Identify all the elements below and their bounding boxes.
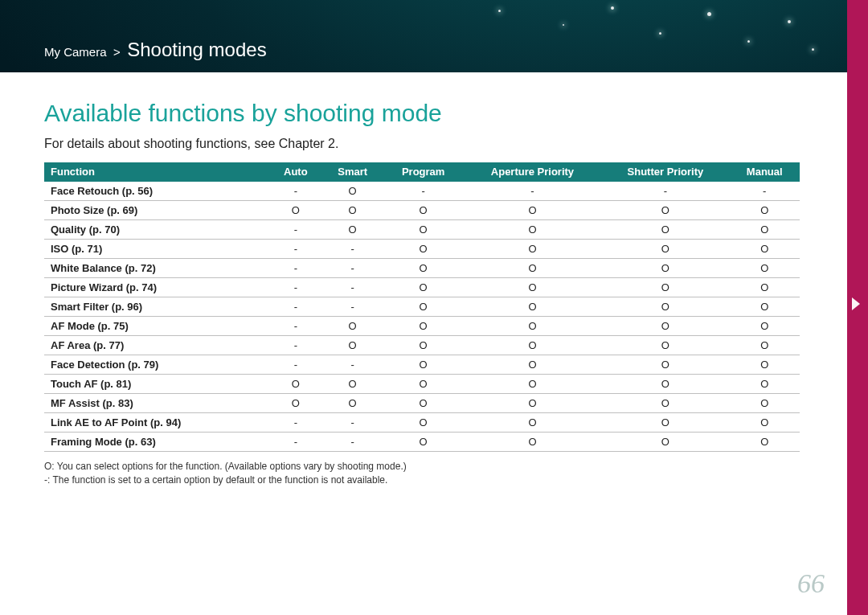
function-name: MF Assist (p. 83) (44, 394, 269, 413)
function-name: Face Detection (p. 79) (44, 355, 269, 375)
cell-value: O (322, 317, 383, 336)
table-row: Picture Wizard (p. 74)--OOOO (44, 278, 800, 297)
cell-value: O (729, 240, 800, 259)
cell-value: O (383, 394, 464, 413)
table-row: Photo Size (p. 69)OOOOOO (44, 201, 800, 220)
cell-value: O (322, 394, 383, 413)
cell-value: O (601, 394, 729, 413)
breadcrumb: My Camera > Shooting modes (44, 39, 267, 61)
cell-value: O (322, 201, 383, 220)
cell-value: O (729, 220, 800, 240)
sparkle-icon (659, 32, 661, 35)
table-row: Face Retouch (p. 56)-O---- (44, 182, 800, 201)
cell-value: O (729, 355, 800, 375)
cell-value: - (464, 182, 602, 201)
side-tab[interactable] (847, 0, 868, 615)
cell-value: - (269, 317, 322, 336)
cell-value: - (269, 355, 322, 375)
cell-value: - (729, 182, 800, 201)
cell-value: O (729, 201, 800, 220)
col-smart: Smart (322, 162, 383, 182)
chevron-right-icon: > (113, 45, 121, 59)
cell-value: O (383, 201, 464, 220)
page-number: 66 (797, 568, 825, 599)
cell-value: O (601, 317, 729, 336)
cell-value: O (601, 355, 729, 375)
table-row: AF Area (p. 77)-OOOOO (44, 336, 800, 355)
page-header: My Camera > Shooting modes (0, 0, 868, 72)
cell-value: O (601, 240, 729, 259)
cell-value: - (269, 259, 322, 278)
cell-value: O (464, 394, 602, 413)
cell-value: O (729, 413, 800, 433)
cell-value: O (383, 278, 464, 297)
cell-value: O (383, 297, 464, 317)
col-auto: Auto (269, 162, 322, 182)
function-name: AF Area (p. 77) (44, 336, 269, 355)
cell-value: O (601, 220, 729, 240)
cell-value: - (269, 220, 322, 240)
table-row: ISO (p. 71)--OOOO (44, 240, 800, 259)
functions-table: Function Auto Smart Program Aperture Pri… (44, 162, 800, 452)
cell-value: O (383, 317, 464, 336)
table-row: Link AE to AF Point (p. 94)--OOOO (44, 413, 800, 433)
breadcrumb-parent: My Camera (44, 45, 107, 59)
function-name: Quality (p. 70) (44, 220, 269, 240)
cell-value: O (383, 375, 464, 394)
cell-value: O (383, 336, 464, 355)
cell-value: O (601, 375, 729, 394)
table-body: Face Retouch (p. 56)-O----Photo Size (p.… (44, 182, 800, 452)
function-name: Touch AF (p. 81) (44, 375, 269, 394)
sparkle-icon (611, 6, 614, 10)
cell-value: O (464, 220, 602, 240)
cell-value: - (269, 297, 322, 317)
sparkle-icon (747, 40, 750, 43)
function-name: AF Mode (p. 75) (44, 317, 269, 336)
col-manual: Manual (729, 162, 800, 182)
cell-value: - (322, 355, 383, 375)
cell-value: O (464, 375, 602, 394)
cell-value: O (729, 375, 800, 394)
cell-value: O (464, 240, 602, 259)
col-program: Program (383, 162, 464, 182)
cell-value: O (383, 413, 464, 433)
table-row: Framing Mode (p. 63)--OOOO (44, 433, 800, 452)
function-name: Picture Wizard (p. 74) (44, 278, 269, 297)
table-row: Smart Filter (p. 96)--OOOO (44, 297, 800, 317)
cell-value: - (322, 259, 383, 278)
page-content: Available functions by shooting mode For… (0, 72, 844, 487)
cell-value: O (464, 355, 602, 375)
cell-value: - (269, 278, 322, 297)
cell-value: O (729, 336, 800, 355)
col-shutter-priority: Shutter Priority (601, 162, 729, 182)
cell-value: - (269, 336, 322, 355)
note-line: O: You can select options for the functi… (44, 460, 800, 474)
cell-value: O (601, 336, 729, 355)
function-name: Link AE to AF Point (p. 94) (44, 413, 269, 433)
cell-value: O (729, 394, 800, 413)
sparkle-icon (707, 12, 711, 16)
cell-value: O (464, 259, 602, 278)
cell-value: O (383, 259, 464, 278)
cell-value: O (383, 240, 464, 259)
table-header: Function Auto Smart Program Aperture Pri… (44, 162, 800, 182)
cell-value: O (601, 433, 729, 452)
sparkle-icon (498, 10, 501, 12)
cell-value: O (383, 433, 464, 452)
col-aperture-priority: Aperture Priority (464, 162, 602, 182)
table-row: Touch AF (p. 81)OOOOOO (44, 375, 800, 394)
function-name: White Balance (p. 72) (44, 259, 269, 278)
cell-value: O (464, 317, 602, 336)
cell-value: O (269, 201, 322, 220)
cell-value: - (269, 433, 322, 452)
cell-value: O (383, 355, 464, 375)
cell-value: - (269, 182, 322, 201)
function-name: Photo Size (p. 69) (44, 201, 269, 220)
cell-value: O (322, 375, 383, 394)
cell-value: O (729, 297, 800, 317)
section-title: Available functions by shooting mode (44, 100, 800, 127)
cell-value: O (464, 278, 602, 297)
table-row: AF Mode (p. 75)-OOOOO (44, 317, 800, 336)
function-name: Smart Filter (p. 96) (44, 297, 269, 317)
table-row: Face Detection (p. 79)--OOOO (44, 355, 800, 375)
